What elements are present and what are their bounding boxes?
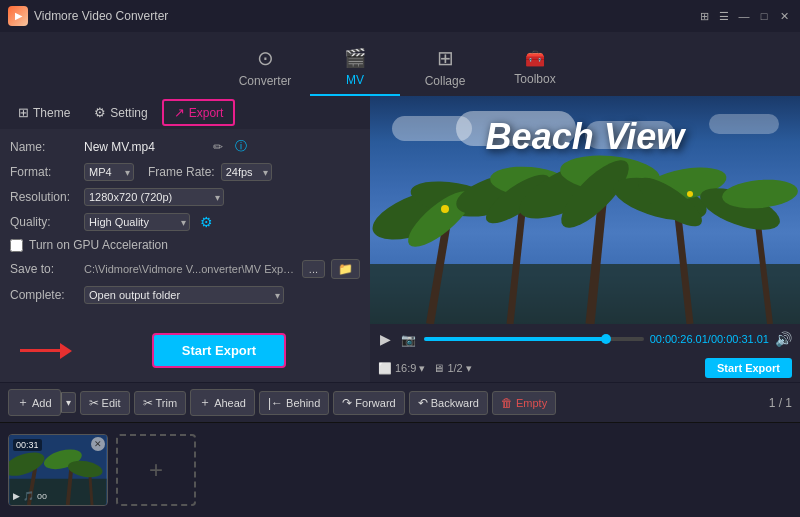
add-label: Add (32, 397, 52, 409)
video-background: Beach View (370, 96, 800, 324)
theme-icon: ⊞ (18, 105, 29, 120)
tab-toolbox[interactable]: 🧰 Toolbox (490, 40, 580, 96)
timeline-area: 00:31 ✕ ▶ 🎵 oo + (0, 422, 800, 517)
total-time: 00:00:31.01 (711, 333, 769, 345)
gpu-row: Turn on GPU Acceleration (10, 238, 360, 252)
trim-icon: ✂ (143, 396, 153, 410)
screenshot-button[interactable]: 📷 (399, 329, 418, 349)
play-button[interactable]: ▶ (378, 329, 393, 349)
add-clip-button[interactable]: + (116, 434, 196, 506)
mv-icon: 🎬 (344, 47, 366, 69)
tab-mv[interactable]: 🎬 MV (310, 40, 400, 96)
palm-trees-svg (370, 144, 800, 324)
edit-icon: ✂ (89, 396, 99, 410)
complete-row: Complete: Open output folder Do nothing (10, 286, 360, 304)
save-path-text: C:\Vidmore\Vidmore V...onverter\MV Expor… (84, 263, 296, 275)
video-controls-bottom: ⬜ 16:9 ▾ 🖥 1/2 ▾ Start Export (370, 354, 800, 382)
quality-gear-button[interactable]: ⚙ (200, 214, 213, 230)
video-start-export-button[interactable]: Start Export (705, 358, 792, 378)
arrow-line (20, 349, 60, 352)
clip-duration-text: 00:31 (13, 439, 42, 451)
tab-converter[interactable]: ⊙ Converter (220, 40, 310, 96)
trim-button[interactable]: ✂ Trim (134, 391, 187, 415)
page-dropdown[interactable]: ▾ (466, 362, 472, 375)
name-row: Name: ✏ ⓘ (10, 137, 360, 156)
start-export-main-button[interactable]: Start Export (152, 333, 286, 368)
grid-icon-btn[interactable]: ⊞ (696, 8, 712, 24)
minimize-button[interactable]: — (736, 8, 752, 24)
complete-label: Complete: (10, 288, 78, 302)
quality-label: Quality: (10, 215, 78, 229)
ahead-button[interactable]: ＋ Ahead (190, 389, 255, 416)
time-display: 00:00:26.01/00:00:31.01 (650, 333, 769, 345)
behind-button[interactable]: |← Behind (259, 391, 329, 415)
tab-collage[interactable]: ⊞ Collage (400, 40, 490, 96)
title-bar: ▶ Vidmore Video Converter ⊞ ☰ — □ ✕ (0, 0, 800, 32)
info-button[interactable]: ⓘ (232, 137, 250, 156)
quality-select[interactable]: High Quality Standard Quality Low Qualit… (84, 213, 190, 231)
forward-icon: ↷ (342, 396, 352, 410)
edit-button[interactable]: ✂ Edit (80, 391, 130, 415)
export-button[interactable]: ↗ Export (162, 99, 236, 126)
progress-fill (424, 337, 606, 341)
edit-name-button[interactable]: ✏ (210, 139, 226, 155)
export-button-row: Start Export (0, 319, 370, 382)
complete-select[interactable]: Open output folder Do nothing (84, 286, 284, 304)
quality-select-wrapper: High Quality Standard Quality Low Qualit… (84, 213, 190, 231)
framerate-select[interactable]: 24fps 30fps 60fps (221, 163, 272, 181)
open-folder-button[interactable]: 📁 (331, 259, 360, 279)
name-input[interactable] (84, 140, 204, 154)
page-control: 🖥 1/2 ▾ (433, 362, 471, 375)
app-title: Vidmore Video Converter (34, 9, 168, 23)
tab-converter-label: Converter (239, 74, 292, 88)
format-select[interactable]: MP4 AVI MOV (84, 163, 134, 181)
progress-handle[interactable] (601, 334, 611, 344)
backward-button[interactable]: ↶ Backward (409, 391, 488, 415)
add-dropdown-button[interactable]: ▾ (61, 392, 76, 413)
export-icon: ↗ (174, 105, 185, 120)
empty-button[interactable]: 🗑 Empty (492, 391, 556, 415)
empty-icon: 🗑 (501, 396, 513, 410)
cloud-4 (709, 114, 779, 134)
video-preview: Beach View (370, 96, 800, 324)
forward-button[interactable]: ↷ Forward (333, 391, 404, 415)
page-count: 1 / 1 (769, 396, 792, 410)
framerate-label: Frame Rate: (148, 165, 215, 179)
clip-icons: ▶ 🎵 oo (13, 491, 47, 501)
close-button[interactable]: ✕ (776, 8, 792, 24)
collage-icon: ⊞ (437, 46, 454, 70)
progress-bar[interactable] (424, 337, 644, 341)
left-panel: ⊞ Theme ⚙ Setting ↗ Export Name: ✏ ⓘ (0, 96, 370, 382)
empty-label: Empty (516, 397, 547, 409)
save-to-label: Save to: (10, 262, 78, 276)
aspect-ratio-dropdown[interactable]: ▾ (419, 362, 425, 375)
setting-button[interactable]: ⚙ Setting (84, 101, 157, 124)
app-logo: ▶ (8, 6, 28, 26)
complete-select-wrapper: Open output folder Do nothing (84, 286, 284, 304)
aspect-ratio-control: ⬜ 16:9 ▾ (378, 362, 425, 375)
backward-label: Backward (431, 397, 479, 409)
gpu-label: Turn on GPU Acceleration (29, 238, 168, 252)
gpu-checkbox[interactable] (10, 239, 23, 252)
clip-settings-icon: oo (37, 491, 47, 501)
resolution-select-wrapper: 1280x720 (720p) 1920x1080 (1080p) 3840x2… (84, 188, 224, 206)
clip-close-button[interactable]: ✕ (91, 437, 105, 451)
resolution-select[interactable]: 1280x720 (720p) 1920x1080 (1080p) 3840x2… (84, 188, 224, 206)
volume-button[interactable]: 🔊 (775, 331, 792, 347)
backward-icon: ↶ (418, 396, 428, 410)
add-button[interactable]: ＋ Add (8, 389, 61, 416)
clip-audio-icon: 🎵 (23, 491, 34, 501)
format-select-wrapper: MP4 AVI MOV (84, 163, 134, 181)
title-bar-controls: ⊞ ☰ — □ ✕ (696, 8, 792, 24)
svg-point-21 (687, 191, 693, 197)
browse-dots-button[interactable]: ... (302, 260, 325, 278)
menu-icon-btn[interactable]: ☰ (716, 8, 732, 24)
arrow-head (60, 343, 72, 359)
theme-button[interactable]: ⊞ Theme (8, 101, 80, 124)
setting-icon: ⚙ (94, 105, 106, 120)
converter-icon: ⊙ (257, 46, 274, 70)
maximize-button[interactable]: □ (756, 8, 772, 24)
add-icon: ＋ (17, 394, 29, 411)
form-area: Name: ✏ ⓘ Format: MP4 AVI MOV Frame Rate… (0, 129, 370, 319)
format-row: Format: MP4 AVI MOV Frame Rate: 24fps 30… (10, 163, 360, 181)
